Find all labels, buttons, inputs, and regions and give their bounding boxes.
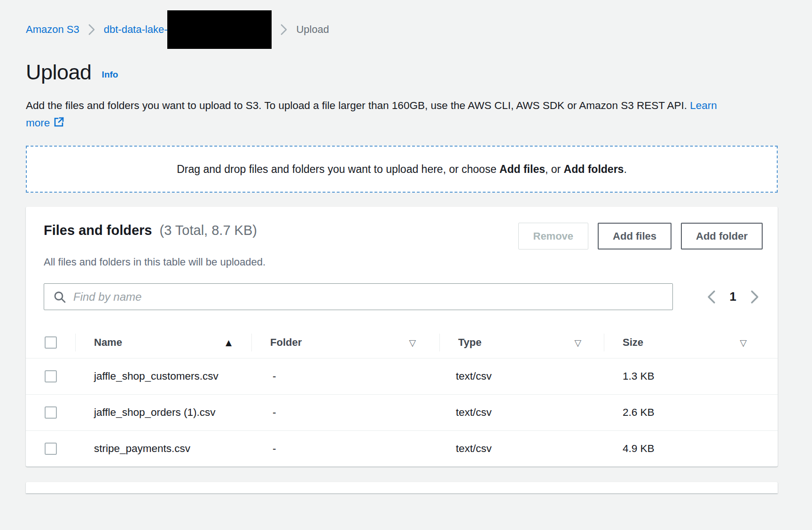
table-row: jaffle_shop_customers.csv - text/csv 1.3… — [26, 359, 778, 395]
dropzone-add-files-text: Add files — [500, 163, 545, 175]
previous-page-button[interactable] — [706, 289, 717, 304]
files-table: Name ▲ Folder ▽ Type ▽ Size ▽ — [26, 327, 778, 467]
breadcrumb-bucket-link[interactable]: dbt-data-lake- — [104, 23, 168, 36]
column-header-size[interactable]: Size ▽ — [604, 327, 778, 358]
column-label: Type — [439, 336, 482, 349]
file-type: text/csv — [439, 361, 604, 392]
pagination: 1 — [706, 289, 760, 304]
files-and-folders-panel: Files and folders (3 Total, 8.7 KB) Remo… — [26, 207, 778, 467]
table-row: jaffle_shop_orders (1).csv - text/csv 2.… — [26, 395, 778, 431]
next-page-button[interactable] — [750, 289, 760, 304]
file-type: text/csv — [439, 433, 604, 464]
s3-upload-page: Amazon S3 dbt-data-lake- Upload Upload I… — [0, 0, 812, 530]
panel-title-count: (3 Total, 8.7 KB) — [160, 223, 257, 238]
chevron-right-icon — [280, 23, 288, 36]
chevron-right-icon — [88, 23, 95, 36]
select-all-header-cell — [26, 327, 75, 358]
add-files-button[interactable]: Add files — [598, 223, 671, 249]
column-label: Name — [75, 336, 122, 349]
breadcrumb-amazon-s3-link[interactable]: Amazon S3 — [26, 23, 79, 36]
column-header-folder[interactable]: Folder ▽ — [251, 327, 439, 358]
page-description: Add the files and folders you want to up… — [26, 97, 728, 132]
column-label: Size — [604, 336, 643, 349]
table-header-row: Name ▲ Folder ▽ Type ▽ Size ▽ — [26, 327, 778, 359]
dropzone-text: , or — [545, 163, 564, 175]
file-name: stripe_payments.csv — [75, 431, 251, 467]
breadcrumb-current: Upload — [296, 23, 329, 36]
dropzone-add-folders-text: Add folders — [564, 163, 624, 175]
column-header-name[interactable]: Name ▲ — [75, 327, 251, 358]
dropzone-text: Drag and drop files and folders you want… — [177, 163, 500, 175]
description-text: Add the files and folders you want to up… — [26, 100, 690, 111]
select-all-checkbox[interactable] — [45, 336, 57, 349]
column-label: Folder — [251, 336, 302, 349]
search-input[interactable] — [44, 283, 673, 310]
file-type: text/csv — [439, 397, 604, 428]
file-folder: - — [251, 361, 439, 392]
column-header-type[interactable]: Type ▽ — [439, 327, 604, 358]
filter-icon: ▽ — [574, 337, 604, 348]
file-size: 1.3 KB — [604, 361, 778, 392]
add-folder-button[interactable]: Add folder — [681, 223, 763, 249]
external-link-icon — [54, 115, 64, 132]
search-icon — [53, 290, 66, 305]
row-checkbox[interactable] — [45, 370, 57, 382]
info-link[interactable]: Info — [102, 70, 118, 80]
filter-icon: ▽ — [740, 337, 778, 348]
row-checkbox[interactable] — [45, 443, 57, 455]
row-checkbox[interactable] — [45, 406, 57, 419]
file-folder: - — [251, 397, 439, 428]
file-size: 4.9 KB — [604, 433, 778, 464]
filter-icon: ▽ — [409, 337, 439, 348]
table-row: stripe_payments.csv - text/csv 4.9 KB — [26, 431, 778, 467]
panel-title-text: Files and folders — [44, 223, 152, 238]
page-number[interactable]: 1 — [730, 289, 736, 304]
panel-subtitle: All files and folders in this table will… — [26, 256, 778, 268]
breadcrumb: Amazon S3 dbt-data-lake- Upload — [26, 10, 778, 49]
file-folder: - — [251, 433, 439, 464]
drag-and-drop-zone[interactable]: Drag and drop files and folders you want… — [26, 146, 778, 193]
remove-button[interactable]: Remove — [518, 223, 589, 249]
file-name: jaffle_shop_orders (1).csv — [75, 395, 251, 430]
panel-title: Files and folders (3 Total, 8.7 KB) — [44, 223, 257, 238]
file-name: jaffle_shop_customers.csv — [75, 359, 251, 394]
page-title: Upload — [26, 60, 92, 85]
dropzone-text: . — [624, 163, 626, 175]
redaction-box — [167, 10, 272, 49]
next-section-panel-edge — [26, 482, 778, 493]
file-size: 2.6 KB — [604, 397, 778, 428]
sort-ascending-icon: ▲ — [226, 338, 251, 347]
